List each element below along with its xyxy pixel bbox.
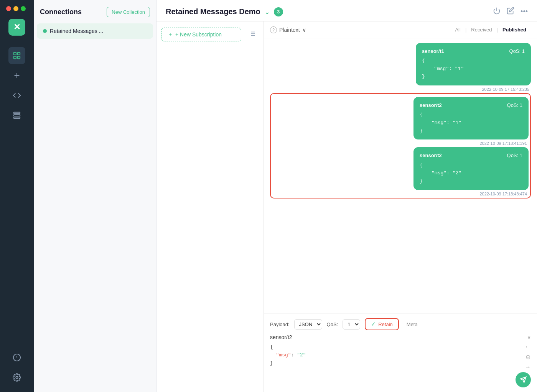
compose-controls: Payload: JSON QoS: 1 ✓ Retain Meta [270, 318, 531, 330]
sidebar-item-data[interactable] [8, 107, 25, 124]
format-label: Plaintext [279, 27, 300, 33]
payload-actions: ← ⊖ → [525, 343, 531, 371]
filter-tab-published[interactable]: Published [498, 25, 531, 34]
message-header-2: sensor/t2 QoS: 1 [420, 102, 522, 110]
copy-button[interactable]: ⊖ [525, 353, 530, 361]
payload-text[interactable]: { "msg": "2" } [270, 343, 525, 367]
payload-line1: { [270, 344, 273, 350]
forward-arrow-button[interactable]: → [525, 364, 531, 371]
retain-label: Retain [378, 321, 393, 327]
sidebar-nav [8, 47, 25, 349]
svg-rect-8 [14, 117, 20, 119]
plus-icon: ＋ [168, 31, 173, 38]
subscriptions-panel: ＋ + New Subscription [156, 21, 264, 392]
filter-tabs: All | Received | Published [450, 25, 531, 34]
message-body-1: { "msg": "1" } [422, 57, 525, 81]
connections-panel: Connections New Collection Retained Mess… [34, 0, 156, 392]
new-subscription-label: + New Subscription [175, 31, 222, 38]
compose-area: Payload: JSON QoS: 1 ✓ Retain Meta [264, 313, 537, 392]
sidebar-bottom [8, 349, 25, 386]
message-topic-2: sensor/t2 [420, 102, 442, 110]
send-button[interactable] [516, 372, 531, 387]
help-icon: ? [270, 26, 277, 33]
format-chevron-icon: ∨ [302, 27, 306, 33]
more-options-button[interactable]: ••• [521, 8, 528, 16]
message-time-3: 2022-10-09 17:18:48:474 [479, 192, 527, 196]
retain-check-icon: ✓ [371, 321, 376, 328]
messages-list: sensor/t1 QoS: 1 { "msg": "1" } 2022-10-… [264, 38, 537, 313]
compose-footer [270, 371, 531, 387]
message-time-1: 2022-10-09 17:15:43:235 [482, 87, 529, 92]
connections-title: Connections [40, 8, 82, 16]
topic-row: ∨ [270, 334, 531, 340]
header-actions: ••• [493, 7, 528, 16]
sidebar-item-info[interactable] [8, 349, 25, 366]
new-collection-button[interactable]: New Collection [107, 7, 150, 17]
message-body-3: { "msg": "2" } [420, 161, 522, 185]
connection-item-retained-messages[interactable]: Retained Messages ... [37, 23, 153, 39]
logo-icon: ✕ [13, 22, 20, 32]
selected-message-group: sensor/t2 QoS: 1 { "msg": "1" } 2022-10-… [270, 93, 531, 198]
payload-line3: } [270, 360, 273, 366]
qos-select[interactable]: 1 [343, 319, 360, 330]
payload-area: { "msg": "2" } ← ⊖ → [270, 343, 531, 371]
main-header: Retained Messages Demo ⌄ 3 ••• [156, 0, 537, 21]
traffic-light-red[interactable] [6, 6, 11, 11]
retain-button[interactable]: ✓ Retain [365, 318, 399, 330]
chevron-down-icon[interactable]: ⌄ [264, 8, 270, 16]
sidebar: ✕ [0, 0, 34, 392]
svg-rect-2 [14, 56, 16, 59]
message-wrap-2: sensor/t2 QoS: 1 { "msg": "1" } 2022-10-… [272, 97, 529, 146]
new-subscription-button[interactable]: ＋ + New Subscription [161, 28, 241, 41]
traffic-light-yellow[interactable] [13, 6, 18, 11]
message-wrap-1: sensor/t1 QoS: 1 { "msg": "1" } 2022-10-… [270, 43, 531, 92]
main-title: Retained Messages Demo [166, 7, 260, 16]
payload-label: Payload: [270, 321, 290, 327]
message-qos-2: QoS: 1 [507, 102, 522, 110]
payload-line2: "msg": "2" [270, 352, 306, 358]
connection-status-dot [43, 29, 47, 33]
message-bubble-1[interactable]: sensor/t1 QoS: 1 { "msg": "1" } [416, 43, 531, 85]
filter-tab-all[interactable]: All [450, 25, 465, 34]
app-logo: ✕ [8, 19, 25, 36]
back-arrow-button[interactable]: ← [525, 343, 531, 350]
svg-rect-7 [14, 115, 20, 116]
svg-point-12 [16, 376, 18, 379]
svg-rect-6 [14, 112, 20, 114]
sidebar-item-settings[interactable] [8, 369, 25, 386]
svg-rect-1 [18, 52, 20, 55]
sidebar-item-connections[interactable] [8, 47, 25, 64]
svg-rect-0 [14, 52, 16, 55]
message-qos-3: QoS: 1 [507, 152, 522, 160]
message-count-badge: 3 [274, 7, 283, 16]
message-qos-1: QoS: 1 [509, 48, 525, 56]
meta-button[interactable]: Meta [404, 320, 421, 329]
messages-panel: ? Plaintext ∨ All | Received | Published [264, 21, 537, 392]
connections-header: Connections New Collection [34, 0, 156, 22]
payload-format-select[interactable]: JSON [294, 319, 322, 330]
topic-chevron-icon: ∨ [527, 334, 531, 340]
traffic-lights [0, 6, 26, 11]
message-bubble-2[interactable]: sensor/t2 QoS: 1 { "msg": "1" } [413, 97, 529, 139]
subscription-controls: ＋ + New Subscription [161, 28, 259, 41]
message-time-2: 2022-10-09 17:18:41:391 [479, 141, 527, 146]
message-body-2: { "msg": "1" } [420, 111, 522, 135]
filter-tab-received[interactable]: Received [466, 25, 496, 34]
svg-rect-3 [18, 56, 20, 59]
main-title-area: Retained Messages Demo ⌄ 3 [166, 7, 283, 16]
message-header-3: sensor/t2 QoS: 1 [420, 152, 522, 160]
filter-button[interactable] [246, 29, 259, 41]
messages-toolbar: ? Plaintext ∨ All | Received | Published [264, 21, 537, 38]
edit-button[interactable] [507, 7, 514, 16]
topic-input[interactable] [270, 334, 527, 340]
message-wrap-3: sensor/t2 QoS: 1 { "msg": "2" } 2022-10-… [272, 147, 529, 196]
message-topic-3: sensor/t2 [420, 152, 442, 160]
plaintext-selector[interactable]: ? Plaintext ∨ [270, 26, 306, 33]
traffic-light-green[interactable] [21, 6, 26, 11]
sidebar-item-add[interactable] [8, 67, 25, 84]
power-button[interactable] [493, 7, 501, 16]
message-topic-1: sensor/t1 [422, 48, 444, 56]
connection-name: Retained Messages ... [50, 28, 103, 34]
message-bubble-3[interactable]: sensor/t2 QoS: 1 { "msg": "2" } [413, 147, 529, 190]
sidebar-item-code[interactable] [8, 87, 25, 104]
